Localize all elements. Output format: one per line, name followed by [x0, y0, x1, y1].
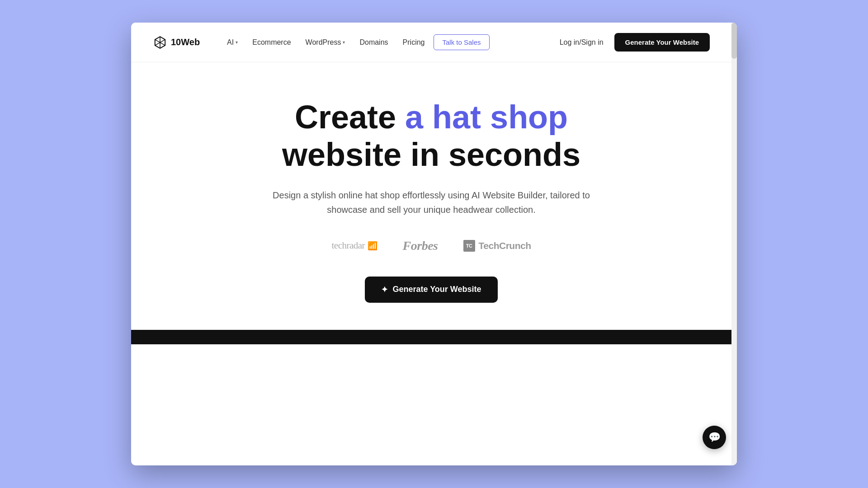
techradar-logo: techradar📶: [332, 240, 377, 251]
nav-links: AI ▾ Ecommerce WordPress ▾ Domains Prici: [222, 34, 545, 50]
nav-wordpress[interactable]: WordPress ▾: [300, 36, 351, 49]
nav-ecommerce[interactable]: Ecommerce: [247, 36, 296, 49]
techcrunch-tc-icon: TC: [463, 240, 475, 252]
sparkle-icon: ✦: [381, 285, 388, 295]
logos-row: techradar📶 Forbes TC TechCrunch: [332, 239, 531, 253]
scrollbar-thumb[interactable]: [731, 23, 737, 59]
nav-right: Log in/Sign in Generate Your Website: [560, 33, 710, 52]
wordpress-chevron-icon: ▾: [343, 40, 345, 45]
techcrunch-logo: TC TechCrunch: [463, 240, 531, 252]
hero-generate-button[interactable]: ✦ Generate Your Website: [365, 277, 497, 303]
hero-section: Create a hat shop website in seconds Des…: [131, 62, 731, 330]
forbes-logo: Forbes: [403, 239, 438, 253]
logo-link[interactable]: 10Web: [153, 35, 200, 50]
login-link[interactable]: Log in/Sign in: [560, 38, 604, 47]
chat-bubble-button[interactable]: 💬: [703, 426, 726, 449]
logo-icon: [153, 35, 167, 50]
logo-text: 10Web: [171, 37, 200, 47]
hero-title: Create a hat shop website in seconds: [282, 99, 580, 174]
nav-pricing[interactable]: Pricing: [397, 36, 430, 49]
navigation: 10Web AI ▾ Ecommerce WordPress ▾: [131, 23, 731, 62]
nav-generate-button[interactable]: Generate Your Website: [614, 33, 710, 52]
techradar-icon: 📶: [368, 241, 377, 251]
nav-domains[interactable]: Domains: [354, 36, 393, 49]
footer-bar: [131, 330, 731, 344]
scrollbar-track[interactable]: [731, 23, 737, 465]
hero-subtitle: Design a stylish online hat shop effortl…: [269, 188, 594, 217]
talk-to-sales-button[interactable]: Talk to Sales: [434, 34, 489, 50]
nav-ai[interactable]: AI ▾: [222, 36, 243, 49]
chat-icon: 💬: [708, 432, 721, 443]
ai-chevron-icon: ▾: [236, 40, 238, 45]
